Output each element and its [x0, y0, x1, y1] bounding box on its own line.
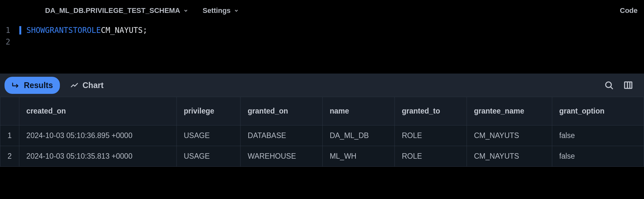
cell: WAREHOUSE: [241, 146, 323, 167]
cell: 2024-10-03 05:10:35.813 +0000: [19, 146, 176, 167]
svg-rect-2: [625, 82, 632, 88]
cell: CM_NAYUTS: [467, 146, 552, 167]
column-header[interactable]: name: [322, 97, 394, 125]
code-button[interactable]: Code: [620, 6, 644, 15]
column-header[interactable]: privilege: [176, 97, 241, 125]
settings-label: Settings: [203, 6, 231, 15]
row-number: 2: [0, 146, 19, 167]
context-header: DA_ML_DB.PRIVILEGE_TEST_SCHEMA Settings …: [0, 0, 644, 21]
cell: USAGE: [176, 125, 241, 146]
code-content: SHOW GRANTS TO ROLE CM_NAYUTS ;: [26, 26, 147, 35]
tab-chart[interactable]: Chart: [63, 77, 110, 94]
editor-line: 2: [0, 36, 644, 48]
row-number: 1: [0, 125, 19, 146]
line-number: 2: [0, 37, 19, 46]
row-number-header: [0, 97, 19, 125]
column-header[interactable]: grant_option: [552, 97, 644, 125]
column-header[interactable]: grantee_name: [467, 97, 552, 125]
settings-selector[interactable]: Settings: [203, 6, 239, 15]
chart-icon: [70, 81, 79, 89]
svg-line-1: [611, 87, 613, 89]
token: GRANTS: [45, 26, 73, 35]
cell: false: [552, 125, 644, 146]
token: SHOW: [26, 26, 45, 35]
cell: DA_ML_DB: [322, 125, 394, 146]
line-number: 1: [0, 26, 19, 35]
tab-results-label: Results: [24, 81, 53, 90]
results-table: created_on privilege granted_on name gra…: [0, 97, 644, 167]
context-label: DA_ML_DB.PRIVILEGE_TEST_SCHEMA: [45, 6, 180, 15]
sql-editor[interactable]: 1 SHOW GRANTS TO ROLE CM_NAYUTS ; 2: [0, 21, 644, 51]
table-row[interactable]: 2 2024-10-03 05:10:35.813 +0000 USAGE WA…: [0, 146, 644, 167]
token: ;: [143, 26, 147, 35]
column-header[interactable]: granted_to: [394, 97, 467, 125]
editor-line: 1 SHOW GRANTS TO ROLE CM_NAYUTS ;: [0, 25, 644, 36]
cell: false: [552, 146, 644, 167]
cell: ROLE: [394, 125, 467, 146]
search-icon[interactable]: [604, 80, 614, 90]
table-row[interactable]: 1 2024-10-03 05:10:36.895 +0000 USAGE DA…: [0, 125, 644, 146]
cell: USAGE: [176, 146, 241, 167]
table-header-row: created_on privilege granted_on name gra…: [0, 97, 644, 125]
context-selector[interactable]: DA_ML_DB.PRIVILEGE_TEST_SCHEMA: [45, 6, 188, 15]
cursor-indicator: [19, 26, 21, 35]
chevron-down-icon: [234, 8, 239, 13]
cell: 2024-10-03 05:10:36.895 +0000: [19, 125, 176, 146]
chevron-down-icon: [183, 8, 188, 13]
cell: DATABASE: [241, 125, 323, 146]
results-area: created_on privilege granted_on name gra…: [0, 97, 644, 167]
token: CM_NAYUTS: [101, 26, 143, 35]
token: TO: [73, 26, 82, 35]
cell: ROLE: [394, 146, 467, 167]
column-header[interactable]: created_on: [19, 97, 176, 125]
columns-icon[interactable]: [623, 80, 633, 90]
token: ROLE: [82, 26, 101, 35]
column-header[interactable]: granted_on: [241, 97, 323, 125]
result-tabs-bar: Results Chart: [0, 74, 644, 97]
cell: CM_NAYUTS: [467, 125, 552, 146]
tab-chart-label: Chart: [82, 81, 103, 90]
results-return-icon: [12, 81, 20, 89]
code-label: Code: [620, 6, 638, 15]
tab-results[interactable]: Results: [5, 77, 60, 94]
cell: ML_WH: [322, 146, 394, 167]
